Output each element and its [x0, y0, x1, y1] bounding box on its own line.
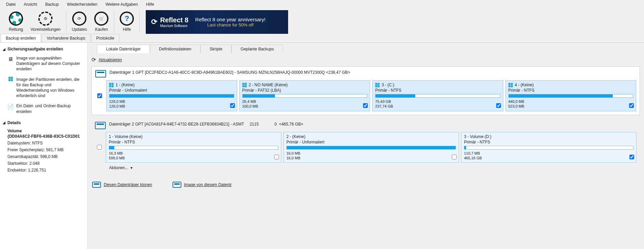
banner-line2: Last chance for 50% off	[195, 22, 266, 27]
reflect-logo: ⟳ Reflect 8 Macrium Software	[151, 16, 188, 28]
banner-product: Reflect 8	[160, 16, 188, 24]
tab-local-disks[interactable]: Lokale Datenträger	[97, 45, 150, 53]
partition-type: Primär - NTFS	[464, 140, 633, 144]
detail-volume-name1: Volume	[7, 129, 84, 133]
menu-bar: Datei Ansicht Backup Wiederherstellen We…	[0, 0, 644, 9]
partition-type: Primär - FAT32 (LBA)	[242, 88, 367, 93]
sidebar-section-details[interactable]: ◢ Details	[3, 120, 84, 125]
partition-type: Primär - NTFS	[375, 88, 500, 93]
clone-disk-link[interactable]: Diesen Datenträger klonen	[92, 182, 152, 188]
partition-checkbox[interactable]	[452, 155, 457, 159]
question-icon: ?	[120, 12, 134, 26]
partition-name: 1 - Volume (Keine)	[109, 134, 142, 139]
updates-label: Updates	[72, 27, 87, 32]
refresh-link[interactable]: Aktualisieren	[99, 58, 122, 62]
promo-banner[interactable]: ⟳ Reflect 8 Macrium Software Reflect 8 o…	[146, 10, 288, 34]
usage-bar	[109, 146, 278, 150]
menu-backup[interactable]: Backup	[41, 1, 63, 8]
usage-bar	[464, 146, 633, 150]
sidebar-item-file-backup[interactable]: 📄 Ein Datei- und Ordner-Backup erstellen	[3, 102, 84, 117]
partition-checkbox[interactable]	[496, 103, 501, 108]
refresh-icon[interactable]: ⟳	[92, 56, 96, 63]
partition-checkbox[interactable]	[629, 155, 634, 159]
buy-label: Kaufen	[95, 27, 108, 32]
sidebar: ◢ Sicherungsaufgabe erstellen 🖥 Image vo…	[0, 43, 87, 249]
partition-checkbox[interactable]	[629, 103, 634, 108]
partition-name: 3 - (C:)	[382, 83, 394, 87]
windows-icon	[375, 83, 380, 87]
monitor-icon: 🖥	[7, 55, 14, 72]
menu-ansicht[interactable]: Ansicht	[20, 1, 41, 8]
partition-type: Primär - Unformatiert	[109, 88, 234, 93]
menu-hilfe[interactable]: Hilfe	[142, 1, 158, 8]
sidebar-section-create[interactable]: ◢ Sicherungsaufgabe erstellen	[3, 47, 84, 51]
usage-bar	[109, 94, 234, 98]
partition-type: Primär - NTFS	[109, 140, 278, 144]
partition[interactable]: 2 - NO NAME (Keine)Primär - FAT32 (LBA)2…	[239, 80, 370, 111]
disk-icon	[95, 122, 106, 129]
disk-2-panel: Datenträger 2 GPT [AC0A81F4-84E7-4732-BE…	[92, 118, 640, 174]
preferences-label: Voreinstellungen	[31, 27, 61, 32]
sidebar-section-create-label: Sicherungsaufgabe erstellen	[7, 47, 63, 51]
sidebar-item-windows-partitions-label: Image der Partitionen erstellen, die für…	[16, 77, 84, 99]
detail-start-sector: Startsektor: 2.048	[7, 161, 84, 166]
partition-checkbox[interactable]	[363, 103, 368, 108]
details-block: Volume {DD04A6C2-FBF6-436B-83C5-C01D01 D…	[3, 128, 84, 173]
tab-definition-files[interactable]: Definitionsdateien	[150, 45, 200, 53]
partition-total: 100,0 MB	[242, 104, 367, 109]
partition[interactable]: 2 - (Keine)Primär - Unformatiert16,0 MB1…	[283, 132, 459, 163]
clone-disk-label: Diesen Datenträger klonen	[104, 182, 152, 187]
actions-dropdown[interactable]: Aktionen... ▾	[95, 163, 637, 170]
partition[interactable]: 3 - Volume (D:)Primär - NTFS110,7 MB465,…	[461, 132, 637, 163]
tab-existing-backups[interactable]: Vorhandene Backups	[42, 34, 90, 42]
partition-total: 128,0 MB	[109, 104, 234, 109]
partition[interactable]: 1 - (Keine)Primär - Unformatiert128,0 MB…	[106, 80, 237, 111]
partition-checkbox[interactable]	[230, 103, 235, 108]
partition-total: 237,74 GB	[375, 104, 500, 109]
tab-scripts[interactable]: Skripte	[200, 45, 231, 53]
sidebar-item-image-disks[interactable]: 🖥 Image von ausgewählten Datenträgern au…	[3, 54, 84, 75]
image-disk-link[interactable]: Image von diesem Datentr	[173, 182, 232, 188]
sidebar-item-windows-partitions[interactable]: Image der Partitionen erstellen, die für…	[3, 75, 84, 102]
windows-icon	[508, 83, 513, 87]
disk-2-select-all[interactable]	[97, 145, 102, 150]
help-label: Hilfe	[123, 27, 131, 32]
help-button[interactable]: ? Hilfe	[119, 10, 135, 33]
updates-button[interactable]: ⟳ Updates	[71, 10, 88, 33]
partition-name: 1 - (Keine)	[116, 83, 135, 87]
gear-icon: ⚙	[38, 12, 53, 26]
tab-create-backup[interactable]: Backup erstellen	[1, 34, 41, 42]
partition-used: 110,7 MB	[464, 151, 633, 156]
partition-total: 523,0 MB	[508, 104, 633, 109]
partition-used: 75,43 GB	[375, 99, 500, 104]
refresh-icon: ⟳	[72, 12, 86, 26]
collapse-arrow-icon: ◢	[3, 121, 5, 124]
partition-used: 16,0 MB	[286, 151, 456, 156]
tab-logs[interactable]: Protokolle	[91, 34, 119, 42]
partition-checkbox[interactable]	[274, 155, 279, 159]
partition[interactable]: 4 - (Keine)Primär - NTFS440,0 MB523,0 MB	[505, 80, 637, 111]
tab-scheduled-backups[interactable]: Geplante Backups	[232, 45, 283, 53]
partition[interactable]: 3 - (C:)Primär - NTFS75,43 GB237,74 GB	[372, 80, 503, 111]
preferences-button[interactable]: ⚙ Voreinstellungen	[30, 10, 61, 33]
partition-used: 128,0 MB	[109, 99, 234, 104]
partition-type: Primär - Unformatiert	[286, 140, 456, 144]
collapse-arrow-icon: ◢	[3, 47, 5, 51]
rescue-button[interactable]: Rettung	[8, 10, 24, 33]
menu-wiederherstellen[interactable]: Wiederherstellen	[63, 1, 101, 8]
disk-1-panel: Datenträger 1 GPT [DC2F6DC2-A1A6-40CC-9C…	[92, 66, 640, 115]
disk-1-select-all[interactable]	[97, 93, 102, 98]
file-icon: 📄	[7, 103, 14, 114]
detail-free-space: Freier Speicherplatz: 581,7 MB	[7, 148, 84, 152]
partition-used: 26,4 MB	[242, 99, 367, 104]
detail-end-sector: Endsektor: 1.226.751	[7, 168, 84, 173]
bottom-links: Diesen Datenträger klonen Image von dies…	[87, 177, 644, 188]
menu-datei[interactable]: Datei	[2, 1, 20, 8]
disk-1-title: Datenträger 1 GPT [DC2F6DC2-A1A6-40CC-9C…	[109, 70, 350, 75]
inner-tab-row: Lokale Datenträger Definitionsdateien Sk…	[87, 43, 644, 53]
toolbar: Rettung ⚙ Voreinstellungen ⟳ Updates 🛒 K…	[0, 9, 644, 34]
usage-bar	[508, 94, 633, 98]
menu-weitere-aufgaben[interactable]: Weitere Aufgaben	[101, 1, 142, 8]
partition[interactable]: 1 - Volume (Keine)Primär - NTFS16,3 MB59…	[106, 132, 281, 163]
buy-button[interactable]: 🛒 Kaufen	[94, 10, 109, 33]
